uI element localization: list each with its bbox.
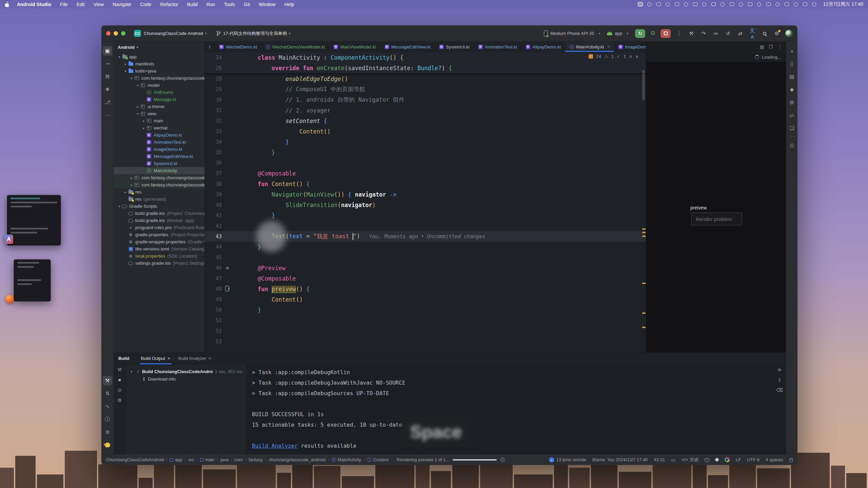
menu-window[interactable]: Window: [259, 2, 276, 7]
code-line-29[interactable]: 29 // ComposeUI 中的页面导航: [205, 84, 646, 95]
debug-button[interactable]: [650, 30, 656, 37]
build-apk-icon[interactable]: ⚒: [688, 30, 695, 37]
tree-item-app[interactable]: ▾app: [114, 53, 204, 60]
display-arrow-icon[interactable]: [729, 2, 735, 7]
menu-navigate[interactable]: Navigate: [113, 2, 131, 7]
device-selector[interactable]: Medium Phone API 35▾: [544, 30, 602, 37]
code-editor[interactable]: 24 ⚠ 1 ✓ 1 ∧ ∨ 14class MainActivity : Co…: [205, 52, 646, 352]
menu-refactor[interactable]: Refactor: [160, 2, 178, 7]
tab-wechatdemo-kt[interactable]: KWechatDemo.kt: [215, 42, 261, 52]
device-manager-icon[interactable]: ▤: [787, 72, 797, 81]
tree-item-message-kt[interactable]: KMessage.kt: [114, 96, 204, 103]
screen-mirror-icon[interactable]: [637, 2, 643, 7]
menu-view[interactable]: View: [94, 2, 104, 7]
duck-icon[interactable]: [103, 440, 112, 450]
merge-icon[interactable]: ⇅: [103, 389, 112, 398]
sync-project-icon[interactable]: ⇄: [736, 30, 744, 37]
code-line-33[interactable]: 33 Content(): [205, 126, 646, 137]
keyboard-icon[interactable]: [656, 2, 662, 7]
code-line-31[interactable]: 31 // 2. voyager: [205, 105, 646, 116]
indent-widget[interactable]: 4 spaces: [766, 457, 783, 462]
tab-mainactivity-kt[interactable]: CMainActivity.kt×: [565, 42, 614, 52]
close-window-button[interactable]: [106, 31, 111, 36]
run-preview-icon[interactable]: [222, 286, 233, 292]
breadcrumb-chunxiangclasscode-android[interactable]: chunxiangclasscode_android: [269, 457, 326, 462]
breadcrumb-com[interactable]: com: [234, 457, 243, 462]
build-hammer-icon[interactable]: ⚒: [103, 376, 112, 385]
next-problem-icon[interactable]: ∨: [635, 54, 638, 59]
tree-item-imagedemo-kt[interactable]: KImageDemo.kt: [114, 146, 204, 153]
gemini-robot-icon[interactable]: [705, 458, 709, 462]
line-ending-widget[interactable]: LF: [736, 457, 741, 462]
firefox-ball-icon[interactable]: [5, 295, 14, 303]
hand-icon[interactable]: [674, 2, 680, 7]
rerun-app-button[interactable]: ↻: [635, 29, 645, 38]
tab-t[interactable]: t: [205, 42, 215, 52]
google-logo-icon[interactable]: [725, 457, 730, 462]
running-devices-icon[interactable]: ▯: [787, 59, 797, 68]
code-line-28[interactable]: 28 enableEdgeToEdge(): [205, 74, 646, 84]
tree-item-libs-versions-toml[interactable]: Tlibs.versions.toml(Version Catalog): [114, 245, 204, 252]
tree-item-res[interactable]: res(generated): [114, 196, 204, 203]
split-icon[interactable]: ❐: [769, 44, 773, 49]
inspections-widget[interactable]: 24 ⚠ 1 ✓ 1 ∧ ∨: [589, 54, 638, 59]
profiler-icon[interactable]: ∿: [103, 402, 112, 411]
screenshot-stack-badge[interactable]: A: [4, 235, 13, 244]
breadcrumb-mainactivity[interactable]: CMainActivity: [332, 457, 361, 462]
tree-item-alipaydemo-kt[interactable]: KAlipayDemo.kt: [114, 131, 204, 139]
h-app-icon[interactable]: [702, 2, 707, 7]
parallels-icon[interactable]: [775, 2, 781, 7]
menu-tools[interactable]: Tools: [224, 2, 235, 7]
tree-item-manifests[interactable]: ▸manifests: [114, 60, 204, 67]
code-line-48[interactable]: 48fun preivew() {: [205, 284, 646, 294]
pen-icon[interactable]: [784, 2, 790, 7]
debug-attach-icon[interactable]: ↺: [724, 30, 732, 37]
tab-build-analyzer[interactable]: Build Analyzer×: [174, 353, 215, 364]
code-line-53[interactable]: 53: [205, 336, 646, 347]
tree-item-messageeditview-kt[interactable]: KMessageEditView.kt: [114, 153, 204, 160]
asterisk-icon[interactable]: [665, 2, 671, 7]
run-coverage-icon[interactable]: ≔: [712, 30, 719, 37]
reader-mode-icon[interactable]: ▭: [671, 457, 675, 463]
menu-build[interactable]: Build: [187, 2, 198, 7]
tree-item-kotlin-java[interactable]: ▾kotlin+java: [114, 67, 204, 75]
unlock-icon[interactable]: [789, 459, 793, 462]
menu-edit[interactable]: Edit: [77, 2, 85, 7]
code-line-46[interactable]: 46⚙@Preview: [205, 263, 646, 273]
tree-item-com-fantasy-chunxiangclasscode[interactable]: ▸com.fantasy.chunxiangclasscode: [114, 174, 204, 181]
tree-item-mainactivity[interactable]: CMainActivity: [114, 167, 204, 174]
code-line-50[interactable]: 50}: [205, 305, 646, 315]
tree-item-wechat[interactable]: ▸wechat: [114, 124, 204, 131]
tab-wechatdemoviewmodel-kt[interactable]: CWechatDemoViewModel.kt: [261, 42, 330, 52]
cancel-task-icon[interactable]: ×: [500, 457, 505, 462]
code-line-40[interactable]: 40 SlideTransition(navigator): [205, 200, 646, 210]
vcs-status-widget[interactable]: ▵ 13 Δ/no remote: [549, 457, 586, 463]
code-line-47[interactable]: 47@Composable: [205, 273, 646, 284]
spark-icon[interactable]: [715, 458, 719, 462]
avatar[interactable]: [785, 30, 793, 37]
code-line-35[interactable]: 35 }: [205, 147, 646, 158]
tree-item-build-gradle-kts[interactable]: build.gradle.kts(Project: Chunxiang: [114, 210, 204, 217]
code-line-49[interactable]: 49 Content(): [205, 294, 646, 305]
tree-item-gradle-scripts[interactable]: ▾Gradle Scripts: [114, 203, 204, 210]
tab-systemui-kt[interactable]: KSystemUI.kt: [435, 42, 474, 52]
warning-stripe-mark[interactable]: [642, 236, 646, 237]
vcs-branch-icon[interactable]: ⎇: [103, 98, 112, 107]
tab-messageeditview-kt[interactable]: KMessageEditView.kt: [380, 42, 435, 52]
search-everywhere-icon[interactable]: [761, 30, 768, 36]
pin-icon[interactable]: ⊙: [118, 387, 122, 393]
more-actions-kebab-icon[interactable]: ⋮: [675, 30, 683, 37]
settings-gear-icon[interactable]: ⚙: [773, 30, 781, 37]
battery-icon[interactable]: [711, 2, 716, 7]
timer-icon[interactable]: [683, 2, 689, 7]
documentation-icon[interactable]: ⎙: [787, 141, 797, 150]
tree-item-model[interactable]: ▾model: [114, 82, 204, 89]
caret-position-widget[interactable]: 43:31: [654, 457, 665, 462]
tree-item-com-fantasy-chunxiangclasscode[interactable]: ▾com.fantasy.chunxiangclasscode: [114, 75, 204, 82]
code-icon[interactable]: ‹/›: [787, 110, 797, 120]
tree-item-main[interactable]: ▸main: [114, 117, 204, 124]
record-icon[interactable]: [647, 2, 652, 7]
breadcrumb-app[interactable]: app: [170, 457, 182, 462]
gradle-elephant-icon[interactable]: ◖: [787, 46, 797, 56]
completion-widget[interactable]: </>完成: [682, 457, 698, 463]
